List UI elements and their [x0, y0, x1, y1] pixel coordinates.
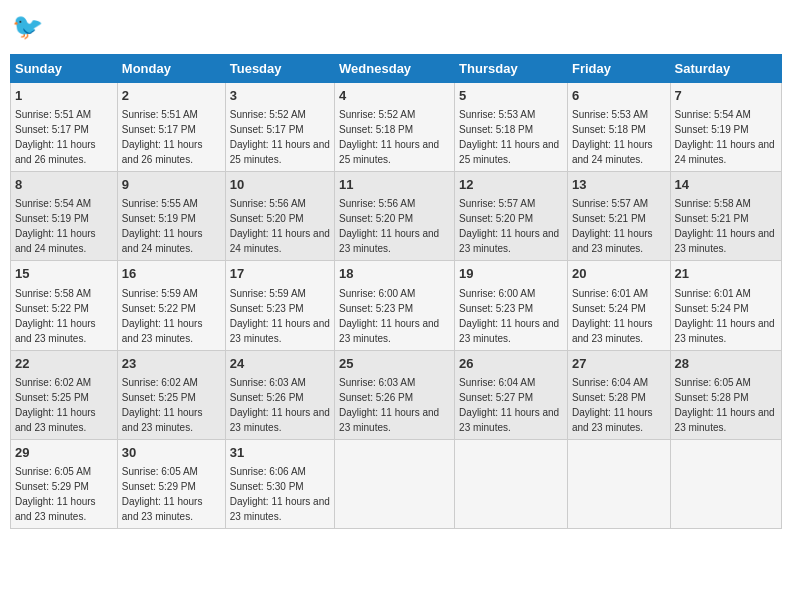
calendar-cell: 4 Sunrise: 5:52 AMSunset: 5:18 PMDayligh…: [335, 83, 455, 172]
calendar-cell: 12 Sunrise: 5:57 AMSunset: 5:20 PMDaylig…: [455, 172, 568, 261]
day-number: 28: [675, 355, 777, 373]
calendar-cell: 2 Sunrise: 5:51 AMSunset: 5:17 PMDayligh…: [117, 83, 225, 172]
sunrise-info: Sunrise: 5:54 AMSunset: 5:19 PMDaylight:…: [15, 198, 96, 254]
calendar-header-row: SundayMondayTuesdayWednesdayThursdayFrid…: [11, 55, 782, 83]
day-number: 26: [459, 355, 563, 373]
header: 🐦: [10, 10, 782, 46]
sunrise-info: Sunrise: 5:52 AMSunset: 5:18 PMDaylight:…: [339, 109, 439, 165]
day-number: 10: [230, 176, 330, 194]
sunrise-info: Sunrise: 6:00 AMSunset: 5:23 PMDaylight:…: [459, 288, 559, 344]
svg-text:🐦: 🐦: [12, 11, 44, 42]
sunrise-info: Sunrise: 5:57 AMSunset: 5:21 PMDaylight:…: [572, 198, 653, 254]
calendar-cell: 10 Sunrise: 5:56 AMSunset: 5:20 PMDaylig…: [225, 172, 334, 261]
calendar-week-row: 29 Sunrise: 6:05 AMSunset: 5:29 PMDaylig…: [11, 439, 782, 528]
sunrise-info: Sunrise: 5:51 AMSunset: 5:17 PMDaylight:…: [122, 109, 203, 165]
calendar-cell: 3 Sunrise: 5:52 AMSunset: 5:17 PMDayligh…: [225, 83, 334, 172]
sunrise-info: Sunrise: 5:52 AMSunset: 5:17 PMDaylight:…: [230, 109, 330, 165]
day-number: 3: [230, 87, 330, 105]
calendar-cell: 31 Sunrise: 6:06 AMSunset: 5:30 PMDaylig…: [225, 439, 334, 528]
day-number: 9: [122, 176, 221, 194]
header-saturday: Saturday: [670, 55, 781, 83]
sunrise-info: Sunrise: 5:59 AMSunset: 5:23 PMDaylight:…: [230, 288, 330, 344]
sunrise-info: Sunrise: 5:57 AMSunset: 5:20 PMDaylight:…: [459, 198, 559, 254]
calendar-cell: 18 Sunrise: 6:00 AMSunset: 5:23 PMDaylig…: [335, 261, 455, 350]
day-number: 18: [339, 265, 450, 283]
calendar-cell: 1 Sunrise: 5:51 AMSunset: 5:17 PMDayligh…: [11, 83, 118, 172]
day-number: 1: [15, 87, 113, 105]
day-number: 11: [339, 176, 450, 194]
calendar-cell: 28 Sunrise: 6:05 AMSunset: 5:28 PMDaylig…: [670, 350, 781, 439]
day-number: 13: [572, 176, 666, 194]
day-number: 5: [459, 87, 563, 105]
header-friday: Friday: [567, 55, 670, 83]
sunrise-info: Sunrise: 5:53 AMSunset: 5:18 PMDaylight:…: [572, 109, 653, 165]
calendar-cell: 14 Sunrise: 5:58 AMSunset: 5:21 PMDaylig…: [670, 172, 781, 261]
sunrise-info: Sunrise: 6:03 AMSunset: 5:26 PMDaylight:…: [339, 377, 439, 433]
day-number: 6: [572, 87, 666, 105]
calendar-cell: [455, 439, 568, 528]
calendar-cell: 7 Sunrise: 5:54 AMSunset: 5:19 PMDayligh…: [670, 83, 781, 172]
calendar-cell: 8 Sunrise: 5:54 AMSunset: 5:19 PMDayligh…: [11, 172, 118, 261]
calendar-week-row: 8 Sunrise: 5:54 AMSunset: 5:19 PMDayligh…: [11, 172, 782, 261]
sunrise-info: Sunrise: 5:59 AMSunset: 5:22 PMDaylight:…: [122, 288, 203, 344]
calendar-week-row: 1 Sunrise: 5:51 AMSunset: 5:17 PMDayligh…: [11, 83, 782, 172]
header-tuesday: Tuesday: [225, 55, 334, 83]
calendar-week-row: 22 Sunrise: 6:02 AMSunset: 5:25 PMDaylig…: [11, 350, 782, 439]
day-number: 19: [459, 265, 563, 283]
sunrise-info: Sunrise: 6:01 AMSunset: 5:24 PMDaylight:…: [675, 288, 775, 344]
sunrise-info: Sunrise: 5:58 AMSunset: 5:22 PMDaylight:…: [15, 288, 96, 344]
sunrise-info: Sunrise: 6:06 AMSunset: 5:30 PMDaylight:…: [230, 466, 330, 522]
sunrise-info: Sunrise: 6:03 AMSunset: 5:26 PMDaylight:…: [230, 377, 330, 433]
sunrise-info: Sunrise: 5:53 AMSunset: 5:18 PMDaylight:…: [459, 109, 559, 165]
day-number: 17: [230, 265, 330, 283]
sunrise-info: Sunrise: 5:54 AMSunset: 5:19 PMDaylight:…: [675, 109, 775, 165]
sunrise-info: Sunrise: 6:04 AMSunset: 5:27 PMDaylight:…: [459, 377, 559, 433]
header-thursday: Thursday: [455, 55, 568, 83]
calendar-cell: 13 Sunrise: 5:57 AMSunset: 5:21 PMDaylig…: [567, 172, 670, 261]
day-number: 4: [339, 87, 450, 105]
sunrise-info: Sunrise: 6:05 AMSunset: 5:29 PMDaylight:…: [122, 466, 203, 522]
day-number: 31: [230, 444, 330, 462]
calendar-cell: 21 Sunrise: 6:01 AMSunset: 5:24 PMDaylig…: [670, 261, 781, 350]
sunrise-info: Sunrise: 6:01 AMSunset: 5:24 PMDaylight:…: [572, 288, 653, 344]
day-number: 20: [572, 265, 666, 283]
day-number: 23: [122, 355, 221, 373]
logo: 🐦: [10, 10, 50, 46]
logo-bird-icon: 🐦: [10, 10, 46, 46]
day-number: 2: [122, 87, 221, 105]
calendar-cell: 29 Sunrise: 6:05 AMSunset: 5:29 PMDaylig…: [11, 439, 118, 528]
calendar-cell: [567, 439, 670, 528]
calendar-cell: [335, 439, 455, 528]
day-number: 7: [675, 87, 777, 105]
calendar-cell: 22 Sunrise: 6:02 AMSunset: 5:25 PMDaylig…: [11, 350, 118, 439]
calendar-cell: 27 Sunrise: 6:04 AMSunset: 5:28 PMDaylig…: [567, 350, 670, 439]
sunrise-info: Sunrise: 6:05 AMSunset: 5:29 PMDaylight:…: [15, 466, 96, 522]
calendar-cell: 24 Sunrise: 6:03 AMSunset: 5:26 PMDaylig…: [225, 350, 334, 439]
sunrise-info: Sunrise: 5:58 AMSunset: 5:21 PMDaylight:…: [675, 198, 775, 254]
day-number: 25: [339, 355, 450, 373]
calendar-week-row: 15 Sunrise: 5:58 AMSunset: 5:22 PMDaylig…: [11, 261, 782, 350]
day-number: 12: [459, 176, 563, 194]
day-number: 30: [122, 444, 221, 462]
calendar-cell: [670, 439, 781, 528]
sunrise-info: Sunrise: 6:04 AMSunset: 5:28 PMDaylight:…: [572, 377, 653, 433]
sunrise-info: Sunrise: 5:56 AMSunset: 5:20 PMDaylight:…: [230, 198, 330, 254]
day-number: 21: [675, 265, 777, 283]
header-sunday: Sunday: [11, 55, 118, 83]
calendar-cell: 17 Sunrise: 5:59 AMSunset: 5:23 PMDaylig…: [225, 261, 334, 350]
day-number: 29: [15, 444, 113, 462]
sunrise-info: Sunrise: 5:55 AMSunset: 5:19 PMDaylight:…: [122, 198, 203, 254]
sunrise-info: Sunrise: 6:00 AMSunset: 5:23 PMDaylight:…: [339, 288, 439, 344]
header-monday: Monday: [117, 55, 225, 83]
calendar-cell: 11 Sunrise: 5:56 AMSunset: 5:20 PMDaylig…: [335, 172, 455, 261]
sunrise-info: Sunrise: 5:56 AMSunset: 5:20 PMDaylight:…: [339, 198, 439, 254]
day-number: 27: [572, 355, 666, 373]
calendar-cell: 25 Sunrise: 6:03 AMSunset: 5:26 PMDaylig…: [335, 350, 455, 439]
calendar-cell: 9 Sunrise: 5:55 AMSunset: 5:19 PMDayligh…: [117, 172, 225, 261]
day-number: 16: [122, 265, 221, 283]
day-number: 14: [675, 176, 777, 194]
sunrise-info: Sunrise: 6:05 AMSunset: 5:28 PMDaylight:…: [675, 377, 775, 433]
sunrise-info: Sunrise: 5:51 AMSunset: 5:17 PMDaylight:…: [15, 109, 96, 165]
calendar-cell: 30 Sunrise: 6:05 AMSunset: 5:29 PMDaylig…: [117, 439, 225, 528]
calendar-cell: 15 Sunrise: 5:58 AMSunset: 5:22 PMDaylig…: [11, 261, 118, 350]
